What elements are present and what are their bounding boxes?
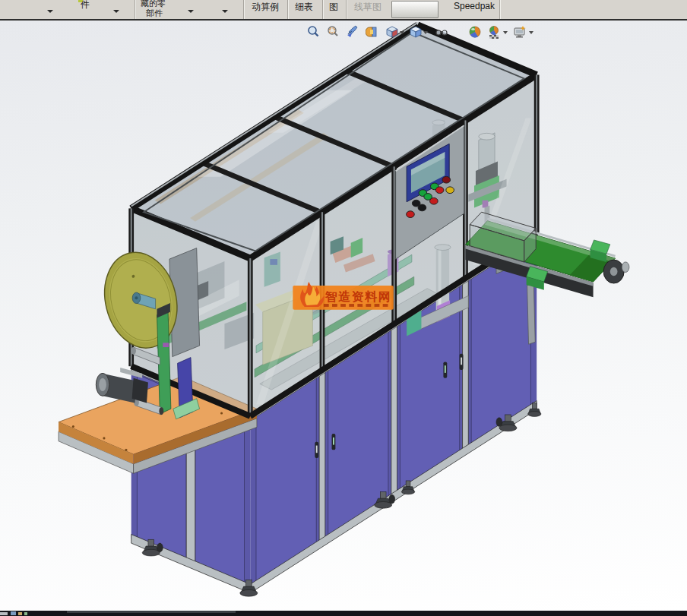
apply-scene-icon[interactable] xyxy=(487,25,501,39)
edit-appearance-icon[interactable] xyxy=(468,25,482,39)
watermark-text: 智造资料网 xyxy=(325,290,391,303)
ribbon-separator xyxy=(135,0,135,19)
view-settings-dropdown[interactable] xyxy=(529,31,533,34)
clipped-taskbar-pixels xyxy=(0,612,8,615)
ribbon-dropdown-arrow[interactable] xyxy=(188,10,194,13)
clipped-taskbar-pixels xyxy=(11,611,16,615)
view-orientation-icon[interactable] xyxy=(385,25,399,39)
zoom-to-fit-icon[interactable] xyxy=(306,25,320,39)
hide-show-items-icon[interactable] xyxy=(435,25,448,39)
ribbon-separator xyxy=(243,0,244,19)
previous-view-icon[interactable] xyxy=(346,25,359,39)
clipped-taskbar-pixels xyxy=(18,612,22,615)
ribbon-button-speedpak[interactable]: Speedpak xyxy=(454,1,495,11)
graphics-area[interactable]: 智造资料网 xyxy=(0,21,687,611)
view-settings-icon[interactable] xyxy=(513,25,527,39)
bottom-window-edge xyxy=(0,611,687,616)
watermark: 智造资料网 xyxy=(293,282,393,310)
command-manager-ribbon: 件 藏的零 部件 动算例 细表 图 线草图 Speedpak xyxy=(0,0,687,21)
ribbon-dropdown-arrow[interactable] xyxy=(222,10,228,13)
zoom-to-area-icon[interactable] xyxy=(326,25,340,39)
apply-scene-dropdown[interactable] xyxy=(503,31,508,34)
view-orientation-dropdown[interactable] xyxy=(400,31,404,34)
ribbon-separator xyxy=(322,0,323,19)
ribbon-button-explode-line-sketch: 线草图 xyxy=(354,1,381,14)
clipped-taskbar-pixels xyxy=(67,611,236,613)
ribbon-button-exploded-view[interactable]: 图 xyxy=(329,1,338,14)
ribbon-dropdown-arrow[interactable] xyxy=(113,10,119,13)
clipped-taskbar-pixels xyxy=(24,612,27,615)
assembly-model: 智造资料网 xyxy=(0,21,687,611)
display-style-dropdown[interactable] xyxy=(423,31,428,34)
display-style-icon[interactable] xyxy=(409,25,423,39)
ribbon-button-instant3d[interactable] xyxy=(391,1,438,18)
tape-reel-unit xyxy=(95,245,200,419)
ribbon-separator xyxy=(499,0,500,19)
ribbon-button-motion-study[interactable]: 动算例 xyxy=(252,1,279,14)
ribbon-separator xyxy=(287,0,288,19)
ribbon-button-hidden-components-line2[interactable]: 部件 xyxy=(146,8,163,19)
solidworks-window: 件 藏的零 部件 动算例 细表 图 线草图 Speedpak 局 草图 评估 办… xyxy=(0,0,687,616)
ribbon-dropdown-arrow[interactable] xyxy=(47,10,53,13)
section-view-icon[interactable] xyxy=(366,25,379,39)
ribbon-button-component[interactable]: 件 xyxy=(81,0,90,11)
ribbon-separator xyxy=(346,0,347,19)
ribbon-button-bom[interactable]: 细表 xyxy=(295,1,313,14)
